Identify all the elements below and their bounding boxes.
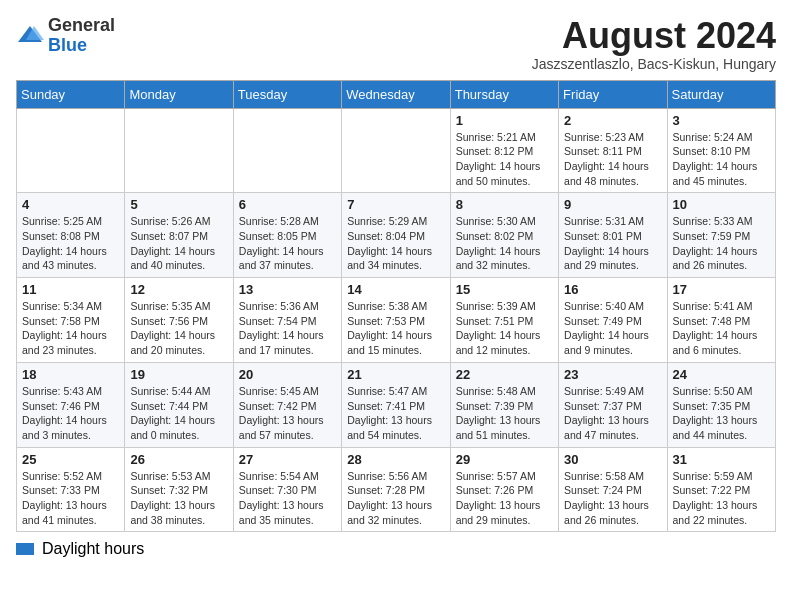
calendar-cell: 25Sunrise: 5:52 AM Sunset: 7:33 PM Dayli… <box>17 447 125 532</box>
day-number: 18 <box>22 367 119 382</box>
day-detail: Sunrise: 5:24 AM Sunset: 8:10 PM Dayligh… <box>673 130 770 189</box>
calendar-week-row: 1Sunrise: 5:21 AM Sunset: 8:12 PM Daylig… <box>17 108 776 193</box>
day-detail: Sunrise: 5:31 AM Sunset: 8:01 PM Dayligh… <box>564 214 661 273</box>
day-number: 16 <box>564 282 661 297</box>
weekday-header: Friday <box>559 80 667 108</box>
calendar-cell: 29Sunrise: 5:57 AM Sunset: 7:26 PM Dayli… <box>450 447 558 532</box>
day-detail: Sunrise: 5:52 AM Sunset: 7:33 PM Dayligh… <box>22 469 119 528</box>
day-number: 24 <box>673 367 770 382</box>
calendar-cell: 6Sunrise: 5:28 AM Sunset: 8:05 PM Daylig… <box>233 193 341 278</box>
calendar-cell <box>233 108 341 193</box>
day-detail: Sunrise: 5:56 AM Sunset: 7:28 PM Dayligh… <box>347 469 444 528</box>
calendar-cell: 13Sunrise: 5:36 AM Sunset: 7:54 PM Dayli… <box>233 278 341 363</box>
day-detail: Sunrise: 5:29 AM Sunset: 8:04 PM Dayligh… <box>347 214 444 273</box>
calendar-cell: 14Sunrise: 5:38 AM Sunset: 7:53 PM Dayli… <box>342 278 450 363</box>
day-number: 22 <box>456 367 553 382</box>
logo: General Blue <box>16 16 115 56</box>
day-detail: Sunrise: 5:45 AM Sunset: 7:42 PM Dayligh… <box>239 384 336 443</box>
day-detail: Sunrise: 5:48 AM Sunset: 7:39 PM Dayligh… <box>456 384 553 443</box>
day-number: 11 <box>22 282 119 297</box>
calendar-cell: 23Sunrise: 5:49 AM Sunset: 7:37 PM Dayli… <box>559 362 667 447</box>
day-number: 1 <box>456 113 553 128</box>
calendar-cell: 12Sunrise: 5:35 AM Sunset: 7:56 PM Dayli… <box>125 278 233 363</box>
day-detail: Sunrise: 5:26 AM Sunset: 8:07 PM Dayligh… <box>130 214 227 273</box>
calendar-cell: 19Sunrise: 5:44 AM Sunset: 7:44 PM Dayli… <box>125 362 233 447</box>
day-number: 14 <box>347 282 444 297</box>
day-number: 29 <box>456 452 553 467</box>
day-number: 25 <box>22 452 119 467</box>
calendar-cell: 28Sunrise: 5:56 AM Sunset: 7:28 PM Dayli… <box>342 447 450 532</box>
calendar-cell: 27Sunrise: 5:54 AM Sunset: 7:30 PM Dayli… <box>233 447 341 532</box>
day-detail: Sunrise: 5:49 AM Sunset: 7:37 PM Dayligh… <box>564 384 661 443</box>
calendar-cell: 11Sunrise: 5:34 AM Sunset: 7:58 PM Dayli… <box>17 278 125 363</box>
calendar-week-row: 25Sunrise: 5:52 AM Sunset: 7:33 PM Dayli… <box>17 447 776 532</box>
day-number: 3 <box>673 113 770 128</box>
daylight-legend-swatch <box>16 543 34 555</box>
calendar-cell: 21Sunrise: 5:47 AM Sunset: 7:41 PM Dayli… <box>342 362 450 447</box>
calendar-cell: 20Sunrise: 5:45 AM Sunset: 7:42 PM Dayli… <box>233 362 341 447</box>
calendar-cell: 10Sunrise: 5:33 AM Sunset: 7:59 PM Dayli… <box>667 193 775 278</box>
day-detail: Sunrise: 5:57 AM Sunset: 7:26 PM Dayligh… <box>456 469 553 528</box>
day-number: 2 <box>564 113 661 128</box>
calendar-cell: 31Sunrise: 5:59 AM Sunset: 7:22 PM Dayli… <box>667 447 775 532</box>
day-detail: Sunrise: 5:40 AM Sunset: 7:49 PM Dayligh… <box>564 299 661 358</box>
day-detail: Sunrise: 5:41 AM Sunset: 7:48 PM Dayligh… <box>673 299 770 358</box>
day-detail: Sunrise: 5:43 AM Sunset: 7:46 PM Dayligh… <box>22 384 119 443</box>
calendar-cell: 1Sunrise: 5:21 AM Sunset: 8:12 PM Daylig… <box>450 108 558 193</box>
calendar-cell: 15Sunrise: 5:39 AM Sunset: 7:51 PM Dayli… <box>450 278 558 363</box>
day-detail: Sunrise: 5:35 AM Sunset: 7:56 PM Dayligh… <box>130 299 227 358</box>
calendar-cell: 30Sunrise: 5:58 AM Sunset: 7:24 PM Dayli… <box>559 447 667 532</box>
weekday-header: Sunday <box>17 80 125 108</box>
weekday-header: Thursday <box>450 80 558 108</box>
calendar-cell: 22Sunrise: 5:48 AM Sunset: 7:39 PM Dayli… <box>450 362 558 447</box>
day-number: 30 <box>564 452 661 467</box>
day-number: 26 <box>130 452 227 467</box>
day-detail: Sunrise: 5:23 AM Sunset: 8:11 PM Dayligh… <box>564 130 661 189</box>
location-subtitle: Jaszszentlaszlo, Bacs-Kiskun, Hungary <box>532 56 776 72</box>
day-number: 8 <box>456 197 553 212</box>
day-number: 7 <box>347 197 444 212</box>
calendar-cell: 26Sunrise: 5:53 AM Sunset: 7:32 PM Dayli… <box>125 447 233 532</box>
calendar-cell: 24Sunrise: 5:50 AM Sunset: 7:35 PM Dayli… <box>667 362 775 447</box>
logo-icon <box>16 22 44 50</box>
day-detail: Sunrise: 5:34 AM Sunset: 7:58 PM Dayligh… <box>22 299 119 358</box>
title-block: August 2024 Jaszszentlaszlo, Bacs-Kiskun… <box>532 16 776 72</box>
calendar-cell: 8Sunrise: 5:30 AM Sunset: 8:02 PM Daylig… <box>450 193 558 278</box>
day-number: 19 <box>130 367 227 382</box>
day-detail: Sunrise: 5:54 AM Sunset: 7:30 PM Dayligh… <box>239 469 336 528</box>
weekday-header: Saturday <box>667 80 775 108</box>
day-number: 10 <box>673 197 770 212</box>
logo-general-text: General <box>48 15 115 35</box>
calendar-cell <box>125 108 233 193</box>
calendar-cell <box>17 108 125 193</box>
legend: Daylight hours <box>16 540 776 558</box>
calendar-header-row: SundayMondayTuesdayWednesdayThursdayFrid… <box>17 80 776 108</box>
day-number: 27 <box>239 452 336 467</box>
calendar-cell: 9Sunrise: 5:31 AM Sunset: 8:01 PM Daylig… <box>559 193 667 278</box>
day-detail: Sunrise: 5:33 AM Sunset: 7:59 PM Dayligh… <box>673 214 770 273</box>
calendar-week-row: 11Sunrise: 5:34 AM Sunset: 7:58 PM Dayli… <box>17 278 776 363</box>
logo-blue-text: Blue <box>48 35 87 55</box>
day-detail: Sunrise: 5:44 AM Sunset: 7:44 PM Dayligh… <box>130 384 227 443</box>
day-number: 4 <box>22 197 119 212</box>
calendar-cell: 2Sunrise: 5:23 AM Sunset: 8:11 PM Daylig… <box>559 108 667 193</box>
day-number: 21 <box>347 367 444 382</box>
day-number: 5 <box>130 197 227 212</box>
day-detail: Sunrise: 5:53 AM Sunset: 7:32 PM Dayligh… <box>130 469 227 528</box>
calendar-cell: 4Sunrise: 5:25 AM Sunset: 8:08 PM Daylig… <box>17 193 125 278</box>
weekday-header: Wednesday <box>342 80 450 108</box>
calendar-cell <box>342 108 450 193</box>
day-detail: Sunrise: 5:28 AM Sunset: 8:05 PM Dayligh… <box>239 214 336 273</box>
day-detail: Sunrise: 5:59 AM Sunset: 7:22 PM Dayligh… <box>673 469 770 528</box>
day-number: 20 <box>239 367 336 382</box>
day-detail: Sunrise: 5:30 AM Sunset: 8:02 PM Dayligh… <box>456 214 553 273</box>
calendar-week-row: 18Sunrise: 5:43 AM Sunset: 7:46 PM Dayli… <box>17 362 776 447</box>
weekday-header: Tuesday <box>233 80 341 108</box>
calendar-cell: 5Sunrise: 5:26 AM Sunset: 8:07 PM Daylig… <box>125 193 233 278</box>
calendar-cell: 17Sunrise: 5:41 AM Sunset: 7:48 PM Dayli… <box>667 278 775 363</box>
day-detail: Sunrise: 5:50 AM Sunset: 7:35 PM Dayligh… <box>673 384 770 443</box>
day-number: 6 <box>239 197 336 212</box>
day-detail: Sunrise: 5:39 AM Sunset: 7:51 PM Dayligh… <box>456 299 553 358</box>
month-title: August 2024 <box>532 16 776 56</box>
day-number: 17 <box>673 282 770 297</box>
